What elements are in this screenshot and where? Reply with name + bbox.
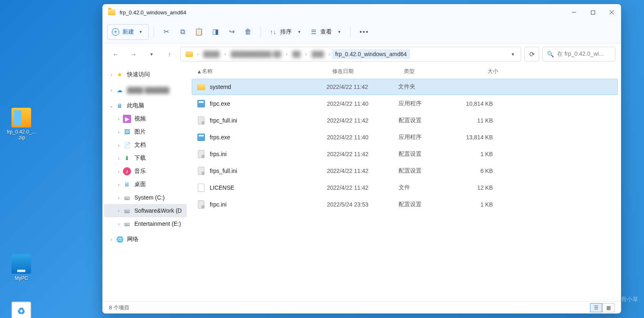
- cloud-icon: ☁: [116, 86, 124, 94]
- chevron-right-icon: ›: [116, 182, 122, 187]
- sidebar-item-videos[interactable]: › ▶ 视频: [104, 112, 187, 125]
- sidebar-label: 桌面: [134, 181, 146, 188]
- column-date[interactable]: 修改日期: [332, 68, 404, 75]
- file-row[interactable]: frpc_full.ini2022/4/22 11:42配置设置11 KB: [192, 112, 618, 129]
- search-placeholder: 在 frp_0.42.0_wi...: [557, 50, 604, 58]
- sidebar-item-drive-d[interactable]: › 🖴 Software&Work (D: [104, 204, 187, 217]
- chevron-right-icon: ›: [116, 222, 122, 226]
- file-row[interactable]: frpc.exe2022/4/22 11:40应用程序10,814 KB: [192, 95, 618, 112]
- file-date: 2022/4/22 11:42: [327, 84, 398, 90]
- rename-button[interactable]: ◨: [208, 24, 223, 40]
- sidebar-item-this-pc[interactable]: ⌄ 🖥 此电脑: [104, 99, 187, 112]
- sidebar-item-documents[interactable]: › 📄 文档: [104, 139, 187, 152]
- file-name: systemd: [210, 84, 327, 90]
- search-input[interactable]: 🔍 在 frp_0.42.0_wi...: [542, 47, 615, 61]
- file-name: frps.ini: [210, 151, 327, 157]
- cut-button[interactable]: ✂: [159, 24, 174, 40]
- copy-button[interactable]: ⧉: [175, 24, 190, 40]
- new-button[interactable]: + 新建 ▼: [107, 24, 149, 40]
- drive-icon: 🖴: [123, 193, 131, 202]
- sort-button[interactable]: ↑↓ 排序 ▼: [266, 24, 305, 40]
- file-date: 2022/4/22 11:40: [327, 100, 399, 107]
- delete-button[interactable]: 🗑: [241, 24, 256, 40]
- desktop-icon-zip[interactable]: frp_0.42.0_... .zip: [5, 108, 38, 141]
- view-toggles: ☰ ▦: [590, 303, 615, 312]
- more-button[interactable]: •••: [356, 24, 373, 40]
- file-name: frpc.exe: [210, 100, 327, 107]
- sidebar-item-quick-access[interactable]: › ★ 快速访问: [104, 68, 187, 81]
- titlebar[interactable]: frp_0.42.0_windows_amd64: [102, 4, 621, 20]
- file-size: 13,814 KB: [460, 134, 501, 141]
- breadcrumb-segment[interactable]: ██████████ ██: [227, 49, 284, 59]
- plus-icon: +: [112, 28, 119, 36]
- file-row[interactable]: systemd2022/4/22 11:42文件夹: [192, 79, 618, 95]
- breadcrumb-segment[interactable]: ████: [200, 49, 223, 59]
- file-type: 文件夹: [398, 83, 460, 91]
- file-size: 6 KB: [460, 168, 501, 174]
- chevron-down-icon[interactable]: ▼: [508, 52, 518, 57]
- sidebar-label: Entertainment (E:): [134, 220, 181, 227]
- share-button[interactable]: ↪: [224, 24, 239, 40]
- sidebar-item-drive-e[interactable]: › 🖴 Entertainment (E:): [104, 217, 187, 230]
- column-type[interactable]: 类型: [404, 68, 465, 75]
- forward-button[interactable]: →: [126, 47, 141, 61]
- breadcrumb-segment[interactable]: ██: [289, 49, 304, 59]
- breadcrumb-current[interactable]: frp_0.42.0_windows_amd64: [332, 49, 410, 59]
- file-row[interactable]: LICENSE2022/4/22 11:42文件12 KB: [192, 179, 618, 196]
- sidebar-item-network[interactable]: › 🌐 网络: [104, 233, 187, 246]
- desktop-icon-mypc[interactable]: MyPC: [5, 254, 38, 281]
- toolbar: + 新建 ▼ ✂ ⧉ 📋 ◨ ↪ 🗑 ↑↓ 排序 ▼ ☰ 查看 ▼ •••: [102, 20, 621, 43]
- file-type-icon: [197, 82, 206, 91]
- column-size[interactable]: 大小: [465, 68, 506, 75]
- window-title: frp_0.42.0_windows_amd64: [120, 9, 186, 16]
- sidebar-item-drive-c[interactable]: › 🖴 System (C:): [104, 191, 187, 204]
- file-type-icon: [197, 166, 206, 175]
- file-type-icon: [197, 183, 206, 192]
- file-row[interactable]: frpc.ini2022/5/24 23:53配置设置1 KB: [192, 196, 618, 213]
- sort-icon: ↑↓: [270, 28, 276, 35]
- separator: [261, 26, 261, 38]
- network-icon: 🌐: [116, 235, 124, 243]
- file-row[interactable]: frps.exe2022/4/22 11:40应用程序13,814 KB: [192, 129, 618, 145]
- file-type-icon: [197, 200, 206, 209]
- computer-icon: [11, 254, 31, 274]
- recent-button[interactable]: ▼: [144, 47, 159, 61]
- file-row[interactable]: frps_full.ini2022/4/22 11:42配置设置6 KB: [192, 162, 618, 179]
- sidebar-item-downloads[interactable]: › ⬇ 下载: [104, 152, 187, 165]
- chevron-right-icon: ›: [116, 169, 122, 174]
- sidebar-item-onedrive[interactable]: › ☁ ████ ██████: [104, 84, 187, 97]
- sidebar-item-desktop[interactable]: › 🖥 桌面: [104, 178, 187, 191]
- details-view-button[interactable]: ☰: [590, 303, 602, 312]
- folder-icon: [186, 51, 193, 57]
- sidebar-label: 图片: [134, 128, 146, 136]
- recycle-bin-icon: ♻: [11, 302, 31, 318]
- file-type-icon: [197, 116, 206, 125]
- column-name[interactable]: 名称: [202, 68, 332, 75]
- file-name: frps_full.ini: [210, 168, 327, 174]
- paste-button[interactable]: 📋: [192, 24, 206, 40]
- documents-icon: 📄: [123, 141, 131, 149]
- file-pane: ▲ 名称 修改日期 类型 大小 systemd2022/4/22 11:42文件…: [188, 65, 621, 301]
- minimize-button[interactable]: [565, 4, 583, 20]
- desktop-icon-recycle[interactable]: ♻: [5, 302, 38, 318]
- chevron-right-icon: ›: [116, 195, 122, 200]
- sidebar-item-music[interactable]: › ♪ 音乐: [104, 165, 187, 178]
- breadcrumb-segment[interactable]: ███: [308, 49, 327, 59]
- navigation-row: ← → ▼ ↑ › ████ › ██████████ ██ › ██ › ██…: [102, 43, 621, 65]
- view-button[interactable]: ☰ 查看 ▼: [307, 24, 345, 40]
- address-bar[interactable]: › ████ › ██████████ ██ › ██ › ███ › frp_…: [180, 47, 521, 61]
- file-row[interactable]: frps.ini2022/4/22 11:42配置设置1 KB: [192, 145, 618, 162]
- back-button[interactable]: ←: [108, 47, 123, 61]
- close-button[interactable]: [602, 4, 621, 20]
- maximize-button[interactable]: [583, 4, 602, 20]
- chevron-down-icon: ▼: [139, 30, 143, 34]
- download-icon: ⬇: [123, 154, 131, 162]
- file-name: LICENSE: [210, 184, 327, 191]
- up-button[interactable]: ↑: [162, 47, 177, 61]
- view-label: 查看: [320, 28, 332, 36]
- sidebar-item-pictures[interactable]: › 🖼 图片: [104, 125, 187, 139]
- statusbar: 8 个项目 ☰ ▦: [102, 301, 621, 313]
- computer-icon: 🖥: [116, 102, 124, 110]
- tiles-view-button[interactable]: ▦: [602, 303, 615, 312]
- refresh-button[interactable]: ⟳: [524, 47, 539, 61]
